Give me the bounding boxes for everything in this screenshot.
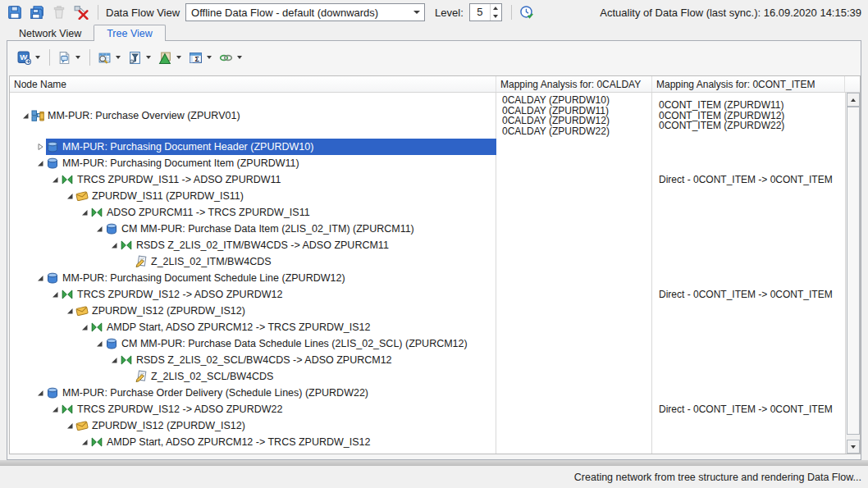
chevron-down-icon[interactable] [146, 56, 151, 59]
node-content[interactable]: MM-PUR: Purchase Order Delivery (Schedul… [46, 385, 496, 401]
tab-network-view[interactable]: Network View [7, 25, 94, 41]
node-content[interactable]: RSDS Z_2LIS_02_ITM/BW4CDS -> ADSO ZPURCM… [120, 237, 496, 253]
node-content[interactable]: RSDS Z_2LIS_02_SCL/BW4CDS -> ADSO ZPURCM… [120, 352, 496, 368]
expander-expanded-icon[interactable] [80, 438, 90, 446]
expander-expanded-icon[interactable] [66, 307, 75, 315]
expander-expanded-icon[interactable] [95, 340, 105, 348]
table-row[interactable]: MM-PUR: Purchase Overview (ZPURV01) 0CAL… [10, 93, 860, 139]
scrollbar-thumb[interactable] [847, 107, 860, 435]
node-content[interactable]: AMDP Start, ADSO ZPURCM12 -> TRCS ZPURDW… [90, 434, 496, 450]
filter-button[interactable] [128, 51, 151, 65]
vertical-scrollbar[interactable] [845, 93, 860, 454]
expander-expanded-icon[interactable] [66, 192, 75, 200]
expander-expanded-icon[interactable] [110, 241, 120, 249]
chevron-down-icon[interactable] [35, 56, 40, 59]
expander-collapsed-icon[interactable] [36, 143, 46, 151]
scrollbar-up-button[interactable] [847, 93, 860, 107]
node-label: MM-PUR: Purchasing Document Schedule Lin… [62, 272, 345, 284]
table-row[interactable]: MM-PUR: Purchasing Document Header (ZPUR… [10, 139, 860, 155]
node-content[interactable]: ZPURDW_IS12 (ZPURDW_IS12) [75, 303, 496, 319]
table-row[interactable]: AMDP Start, ADSO ZPURCM12 -> TRCS ZPURDW… [10, 319, 860, 335]
comment-document-button[interactable] [57, 51, 80, 65]
link-button[interactable] [219, 51, 242, 65]
node-content[interactable]: CM MM-PUR: Purchase Data Schedule Lines … [105, 335, 496, 352]
node-content[interactable]: Z_2LIS_02_SCL/BW4CDS [135, 368, 496, 385]
spinner-down-button[interactable] [491, 12, 501, 21]
level-spinner[interactable]: 5 [469, 3, 502, 21]
mapping-line: 0CALDAY (ZPURDW10) [502, 95, 652, 106]
table-row[interactable]: Z_2LIS_02_ITM/BW4CDS [10, 253, 860, 270]
table-row[interactable]: CM MM-PUR: Purchase Data Schedule Lines … [10, 335, 860, 352]
expander-expanded-icon[interactable] [80, 208, 90, 217]
search-table-button[interactable] [98, 51, 121, 65]
expander-expanded-icon[interactable] [36, 159, 46, 167]
table-row[interactable]: TRCS ZPURDW_IS12 -> ADSO ZPURDW22 Direct… [10, 401, 860, 417]
node-content[interactable]: MM-PUR: Purchasing Document Item (ZPURDW… [46, 155, 496, 171]
node-label: MM-PUR: Purchasing Document Item (ZPURDW… [62, 157, 299, 169]
column-header-node-name[interactable]: Node Name [10, 76, 496, 92]
table-row[interactable]: RSDS Z_2LIS_02_ITM/BW4CDS -> ADSO ZPURCM… [10, 237, 860, 253]
node-content[interactable]: TRCS ZPURDW_IS12 -> ADSO ZPURDW12 [61, 286, 496, 303]
chevron-down-icon [413, 11, 420, 14]
node-content[interactable]: CM MM-PUR: Purchase Data Item (2LIS_02_I… [105, 221, 496, 237]
node-content[interactable]: ADSO ZPURCM11 -> TRCS ZPURDW_IS11 [90, 204, 496, 221]
indent [10, 294, 51, 295]
node-content[interactable]: AMDP Start, ADSO ZPURCM12 -> TRCS ZPURDW… [90, 319, 496, 335]
table-row[interactable]: TRCS ZPURDW_IS11 -> ADSO ZPURDW11 Direct… [10, 171, 860, 188]
node-content[interactable]: ZPURDW_IS12 (ZPURDW_IS12) [75, 417, 496, 434]
dropdown-button[interactable] [409, 4, 424, 21]
expander-expanded-icon[interactable] [51, 405, 61, 413]
hierarchy-button[interactable] [158, 51, 181, 65]
chevron-down-icon[interactable] [237, 56, 242, 59]
expander-expanded-icon[interactable] [36, 389, 46, 397]
table-row[interactable]: MM-PUR: Purchase Order Delivery (Schedul… [10, 385, 860, 401]
expander-expanded-icon[interactable] [51, 176, 61, 184]
chevron-down-icon[interactable] [176, 56, 181, 59]
node-content[interactable]: TRCS ZPURDW_IS12 -> ADSO ZPURDW22 [61, 401, 496, 417]
mapping-line: 0CALDAY (ZPURDW22) [502, 126, 652, 137]
node-content[interactable]: Z_2LIS_02_ITM/BW4CDS [135, 253, 496, 270]
expander-expanded-icon[interactable] [80, 323, 90, 331]
aggregation-button[interactable]: Σ [189, 51, 212, 65]
table-row[interactable]: RSDS Z_2LIS_02_SCL/BW4CDS -> ADSO ZPURCM… [10, 352, 860, 368]
table-row[interactable]: MM-PUR: Purchasing Document Item (ZPURDW… [10, 155, 860, 171]
word-export-button[interactable]: W [17, 51, 40, 65]
clock-check-icon[interactable] [519, 5, 534, 20]
expander-expanded-icon[interactable] [51, 290, 61, 299]
scrollbar-down-button[interactable] [847, 440, 860, 454]
chevron-down-icon[interactable] [116, 56, 121, 59]
expander-expanded-icon[interactable] [110, 356, 120, 364]
view-tabs: Network View Tree View [0, 25, 166, 41]
tab-tree-view[interactable]: Tree View [94, 25, 166, 41]
chevron-down-icon[interactable] [207, 56, 212, 59]
chevron-down-icon[interactable] [75, 56, 80, 59]
data-flow-dropdown[interactable]: Offline Data Flow - default (downwards) [185, 3, 425, 21]
column-header-cont-item[interactable]: Mapping Analysis for: 0CONT_ITEM [652, 76, 845, 92]
node-content[interactable]: MM-PUR: Purchase Overview (ZPURV01) [31, 93, 496, 139]
node-content[interactable]: MM-PUR: Purchasing Document Schedule Lin… [46, 270, 496, 286]
cont-item-cell [652, 237, 845, 253]
table-row[interactable]: TRCS ZPURDW_IS12 -> ADSO ZPURDW12 Direct… [10, 286, 860, 303]
node-content[interactable]: TRCS ZPURDW_IS11 -> ADSO ZPURDW11 [61, 171, 496, 188]
table-row[interactable]: CM MM-PUR: Purchase Data Item (2LIS_02_I… [10, 221, 860, 237]
expander-expanded-icon[interactable] [95, 225, 105, 233]
table-row[interactable]: ADSO ZPURCM11 -> TRCS ZPURDW_IS11 [10, 204, 860, 221]
column-header-calday[interactable]: Mapping Analysis for: 0CALDAY [496, 76, 652, 92]
expander-expanded-icon[interactable] [36, 274, 46, 282]
table-row[interactable]: MM-PUR: Purchasing Document Schedule Lin… [10, 270, 860, 286]
bottom-splitter[interactable] [0, 460, 868, 466]
table-row[interactable]: Z_2LIS_02_SCL/BW4CDS [10, 368, 860, 385]
expander-expanded-icon[interactable] [66, 422, 75, 430]
spinner-up-button[interactable] [491, 4, 501, 12]
calday-cell [496, 253, 652, 270]
expander-expanded-icon[interactable] [21, 112, 31, 120]
save-all-icon[interactable] [30, 5, 44, 20]
remove-data-flow-icon[interactable] [74, 5, 89, 20]
node-content[interactable]: ZPURDW_IS11 (ZPURDW_IS11) [75, 188, 496, 204]
save-icon[interactable] [7, 5, 22, 20]
table-row[interactable]: ZPURDW_IS12 (ZPURDW_IS12) [10, 417, 860, 434]
table-row[interactable]: ZPURDW_IS12 (ZPURDW_IS12) [10, 303, 860, 319]
node-content[interactable]: MM-PUR: Purchasing Document Header (ZPUR… [46, 139, 496, 155]
table-row[interactable]: ZPURDW_IS11 (ZPURDW_IS11) [10, 188, 860, 204]
table-row[interactable]: AMDP Start, ADSO ZPURCM12 -> TRCS ZPURDW… [10, 434, 860, 450]
